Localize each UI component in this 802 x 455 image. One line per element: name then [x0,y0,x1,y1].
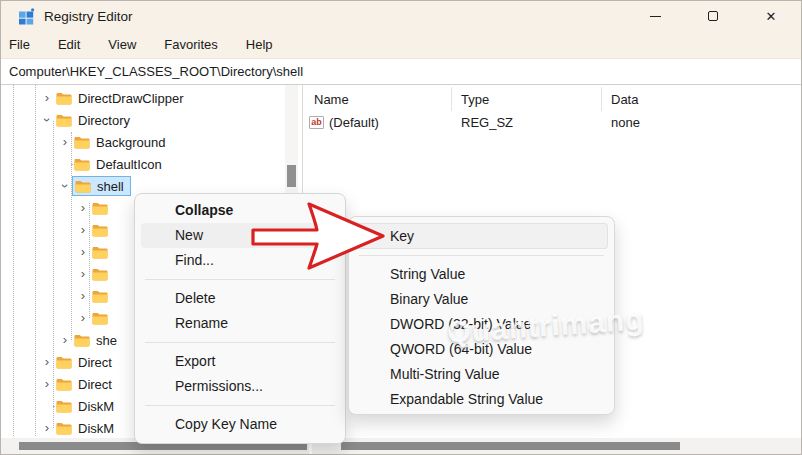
folder-icon [56,422,72,435]
menu-edit[interactable]: Edit [48,33,90,56]
folder-icon [92,290,108,303]
chevron-right-icon[interactable] [77,224,89,236]
content-area: DirectDrawClipper Directory Background D… [1,85,801,454]
maximize-icon [708,11,718,21]
tree-item-label: Direct [78,355,112,370]
submenu-dword-value[interactable]: DWORD (32-bit) Value [355,312,608,337]
folder-icon [92,268,108,281]
chevron-right-icon[interactable] [41,92,53,104]
tree-item-label: Background [96,135,165,150]
menu-separator [145,279,335,280]
submenu-string-value[interactable]: String Value [355,262,608,287]
chevron-right-icon[interactable] [41,422,53,434]
submenu-expandable-string-value[interactable]: Expandable String Value [355,387,608,412]
values-pane: Name Type Data ab (Default) REG_SZ none [305,85,801,133]
registry-editor-window: Registry Editor ✕ File Edit View Favorit… [0,0,802,455]
close-button[interactable]: ✕ [757,3,785,29]
tree-item-label: she [96,333,117,348]
tree-item-label: DiskM [78,421,114,436]
address-bar[interactable]: Computer\HKEY_CLASSES_ROOT\Directory\she… [1,58,801,85]
folder-icon [56,378,72,391]
chevron-right-icon[interactable] [59,334,71,346]
list-horizontal-scrollbar[interactable] [312,438,801,454]
chevron-right-icon[interactable] [77,290,89,302]
folder-icon [92,312,108,325]
tree-item-directory[interactable]: Directory [1,109,301,131]
submenu-chevron-icon: › [322,223,327,248]
tree-item-defaulticon[interactable]: DefaultIcon [1,153,301,175]
folder-icon [92,246,108,259]
maximize-button[interactable] [699,3,727,29]
context-menu-permissions[interactable]: Permissions... [141,374,339,399]
folder-icon [75,180,91,193]
value-data: none [602,115,801,130]
menu-favorites[interactable]: Favorites [154,33,227,56]
value-row-default[interactable]: ab (Default) REG_SZ none [305,111,801,133]
context-menu-delete[interactable]: Delete [141,286,339,311]
submenu-multi-string-value[interactable]: Multi-String Value [355,362,608,387]
chevron-right-icon[interactable] [41,356,53,368]
chevron-right-icon[interactable] [59,136,71,148]
tree-item-label: DefaultIcon [96,157,162,172]
submenu-binary-value[interactable]: Binary Value [355,287,608,312]
window-title: Registry Editor [44,9,133,24]
value-name: (Default) [329,115,379,130]
context-menu-copy-key-name[interactable]: Copy Key Name [141,412,339,437]
close-icon: ✕ [766,10,777,23]
tree-item-label: Direct [78,377,112,392]
tree-item-label: DirectDrawClipper [78,91,183,106]
chevron-right-icon[interactable] [77,202,89,214]
window-controls: ✕ [641,3,785,29]
folder-icon [56,400,72,413]
context-menu-new[interactable]: New › [141,223,339,248]
value-type: REG_SZ [452,115,602,130]
scrollbar-thumb[interactable] [341,442,680,450]
column-header-data[interactable]: Data [602,87,801,111]
registry-editor-icon [18,8,35,25]
menubar: File Edit View Favorites Help [1,31,801,58]
tree-item-label: Directory [78,113,130,128]
list-header: Name Type Data [305,87,801,111]
chevron-down-icon[interactable] [41,114,53,126]
column-header-type[interactable]: Type [452,87,602,111]
context-menu-new-label: New [175,227,203,243]
folder-icon [74,334,90,347]
minimize-button[interactable] [641,3,669,29]
menu-separator [359,255,604,256]
tree-item-label: DiskM [78,399,114,414]
registry-path: Computer\HKEY_CLASSES_ROOT\Directory\she… [9,64,303,79]
submenu-qword-value[interactable]: QWORD (64-bit) Value [355,337,608,362]
menu-separator [145,342,335,343]
chevron-right-icon[interactable] [77,246,89,258]
folder-icon [56,356,72,369]
tree-item-directdrawclipper[interactable]: DirectDrawClipper [1,87,301,109]
menu-view[interactable]: View [98,33,146,56]
context-menu-find[interactable]: Find... [141,248,339,273]
menu-separator [145,405,335,406]
folder-icon [74,136,90,149]
context-menu: Collapse New › Find... Delete Rename Exp… [134,193,346,444]
context-menu-export[interactable]: Export [141,349,339,374]
column-header-name[interactable]: Name [305,87,452,111]
chevron-right-icon[interactable] [77,312,89,324]
scrollbar-thumb[interactable] [287,165,296,187]
selected-tree-item[interactable]: shell [72,176,131,196]
context-menu-collapse[interactable]: Collapse [141,198,339,223]
tree-item-background[interactable]: Background [1,131,301,153]
chevron-down-icon[interactable] [59,180,71,192]
titlebar: Registry Editor ✕ [1,1,801,31]
submenu-key[interactable]: Key [355,223,608,249]
tree-item-label: shell [97,179,124,194]
folder-icon [56,114,72,127]
menu-help[interactable]: Help [236,33,283,56]
string-value-icon: ab [309,116,324,129]
folder-icon [92,224,108,237]
folder-icon [56,92,72,105]
chevron-right-icon[interactable] [41,378,53,390]
new-submenu: Key String Value Binary Value DWORD (32-… [348,216,615,415]
folder-icon [92,202,108,215]
menu-file[interactable]: File [9,33,40,56]
context-menu-rename[interactable]: Rename [141,311,339,336]
chevron-right-icon[interactable] [77,268,89,280]
folder-icon [74,158,90,171]
